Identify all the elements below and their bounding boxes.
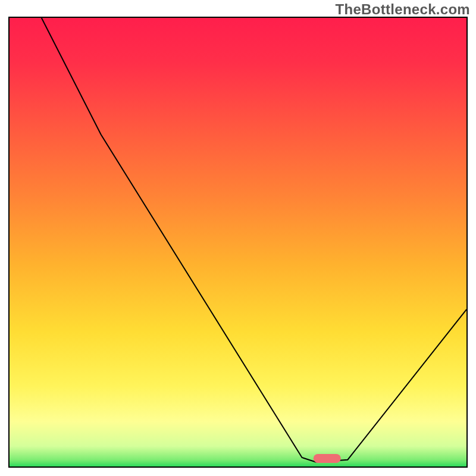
watermark-text: TheBottleneck.com <box>336 1 470 18</box>
plot-area <box>8 17 468 468</box>
optimum-marker <box>314 454 341 463</box>
chart-frame: TheBottleneck.com <box>0 0 476 476</box>
plot-svg <box>10 18 466 466</box>
gradient-bg <box>10 18 466 466</box>
